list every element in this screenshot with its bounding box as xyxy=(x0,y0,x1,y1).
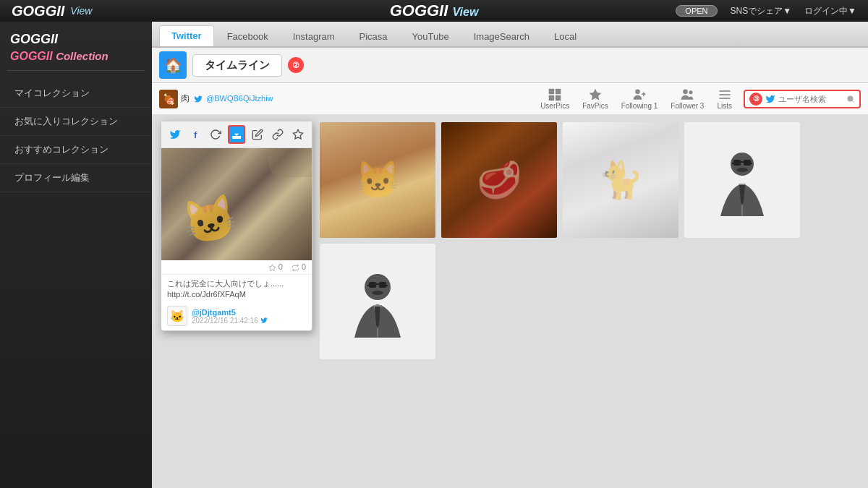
person-silhouette-1 xyxy=(706,144,778,216)
svg-point-29 xyxy=(372,291,383,295)
twitter-small-icon xyxy=(194,95,203,103)
userpics-label: UserPics xyxy=(540,102,569,110)
login-button[interactable]: ログイン中▼ xyxy=(804,5,856,17)
svg-rect-17 xyxy=(744,160,751,166)
sidebar-item-my-collection[interactable]: マイコレクション xyxy=(0,80,152,108)
svg-point-8 xyxy=(684,90,689,95)
user-handle: @BWQB6QiJtzhiw xyxy=(194,94,273,103)
tab-image-search[interactable]: ImageSearch xyxy=(462,27,541,46)
tab-instagram[interactable]: Instagram xyxy=(281,27,346,46)
tab-facebook[interactable]: Facebook xyxy=(216,27,280,46)
user-search-container: ③ xyxy=(744,90,861,108)
svg-point-21 xyxy=(736,168,748,172)
svg-rect-16 xyxy=(733,160,741,166)
popup-user-info: 🐱 @jDjtgamt5 2022/12/16 21:42:16 xyxy=(161,304,312,330)
nav-lists[interactable]: Lists xyxy=(711,86,738,111)
nav-following[interactable]: Following 1 xyxy=(616,86,664,111)
sidebar-collection-sub: Collection xyxy=(56,50,109,62)
popup-username[interactable]: @jDjtgamt5 xyxy=(192,308,268,317)
top-logo-view: View xyxy=(70,5,92,17)
nav-follower[interactable]: Follower 3 xyxy=(665,86,710,111)
svg-rect-24 xyxy=(369,282,376,288)
tab-youtube[interactable]: YouTube xyxy=(401,27,461,46)
popup-link-btn[interactable] xyxy=(269,125,286,144)
following-icon xyxy=(632,87,647,102)
sidebar-item-suggest-collection[interactable]: おすすめコレクション xyxy=(0,136,152,164)
svg-rect-18 xyxy=(740,161,744,163)
badge-2: ② xyxy=(288,57,304,73)
sidebar-item-fav-collection[interactable]: お気に入りコレクション xyxy=(0,108,152,136)
retweet-count: 0 xyxy=(292,262,306,272)
svg-rect-2 xyxy=(549,95,555,101)
badge-3: ③ xyxy=(749,93,762,106)
svg-marker-4 xyxy=(590,89,602,100)
svg-marker-33 xyxy=(294,129,303,139)
popup-description: これは完全に大人向けでしょ...... http://t.co/Jdr6fXFA… xyxy=(161,275,312,304)
popup-edit-btn[interactable] xyxy=(249,125,265,144)
svg-point-23 xyxy=(365,274,391,300)
popup-twitter-btn[interactable] xyxy=(166,125,183,144)
nav-favpics[interactable]: FavPics xyxy=(576,86,614,111)
sidebar-logo: GOGGII xyxy=(10,32,142,47)
home-button[interactable]: 🏠 xyxy=(159,51,187,79)
sidebar-collection-label: GOGGII xyxy=(10,50,53,62)
user-avatar: 🍖 xyxy=(159,90,178,108)
svg-rect-19 xyxy=(732,163,734,164)
favpics-icon xyxy=(588,87,603,102)
search-icon xyxy=(846,95,855,103)
svg-line-14 xyxy=(852,100,854,102)
svg-point-5 xyxy=(635,90,640,95)
tab-local[interactable]: Local xyxy=(542,27,588,46)
popup-user-avatar: 🐱 xyxy=(167,306,187,326)
svg-rect-27 xyxy=(367,285,370,286)
timeline-label: タイムライン xyxy=(192,54,282,77)
svg-rect-3 xyxy=(556,95,561,101)
popup-star-btn[interactable] xyxy=(290,125,307,144)
svg-rect-28 xyxy=(386,285,388,286)
center-logo: GOGGII View xyxy=(390,1,479,20)
open-badge[interactable]: OPEN xyxy=(676,5,717,17)
person-silhouette-2 xyxy=(341,265,414,338)
svg-rect-25 xyxy=(379,282,386,288)
sidebar-item-edit-profile[interactable]: プロフィール編集 xyxy=(0,164,152,192)
lists-icon xyxy=(718,87,732,102)
twitter-search-icon xyxy=(765,94,775,104)
follower-icon xyxy=(680,87,694,102)
photo-person-2[interactable] xyxy=(320,244,435,359)
star-count: 0 xyxy=(268,262,283,272)
svg-marker-34 xyxy=(269,265,276,271)
svg-rect-0 xyxy=(549,89,555,95)
userpics-icon xyxy=(548,87,562,102)
popup-meta: 0 0 xyxy=(161,260,312,275)
tab-picasa[interactable]: Picasa xyxy=(348,27,399,46)
popup-card: f xyxy=(161,121,312,331)
svg-rect-1 xyxy=(556,89,561,95)
popup-download-btn[interactable] xyxy=(228,125,245,144)
popup-timestamp: 2022/12/16 21:42:16 xyxy=(192,317,268,325)
top-logo-goggii: GOGGII xyxy=(12,3,64,20)
photo-white-cat[interactable]: 🐈 xyxy=(563,122,678,238)
follower-label: Follower 3 xyxy=(671,102,704,110)
user-search-input[interactable] xyxy=(778,95,843,103)
popup-image[interactable]: 🐱 xyxy=(161,148,312,260)
username-label: 肉 xyxy=(181,93,190,105)
lists-label: Lists xyxy=(717,102,732,110)
svg-rect-20 xyxy=(750,163,752,164)
favpics-label: FavPics xyxy=(582,102,608,110)
following-label: Following 1 xyxy=(621,102,658,110)
nav-userpics[interactable]: UserPics xyxy=(535,86,575,111)
tab-twitter[interactable]: Twitter xyxy=(159,25,214,46)
popup-refresh-btn[interactable] xyxy=(208,125,224,144)
popup-facebook-btn[interactable]: f xyxy=(187,125,203,144)
svg-point-13 xyxy=(848,95,854,101)
share-button[interactable]: SNSでシェア▼ xyxy=(731,5,792,17)
photo-kitten[interactable]: 🐱 xyxy=(320,122,435,238)
svg-point-9 xyxy=(689,90,693,94)
photo-person-1[interactable] xyxy=(684,122,800,238)
popup-toolbar: f xyxy=(161,121,312,148)
photo-steak[interactable]: 🥩 xyxy=(441,122,557,238)
svg-rect-26 xyxy=(375,283,380,285)
